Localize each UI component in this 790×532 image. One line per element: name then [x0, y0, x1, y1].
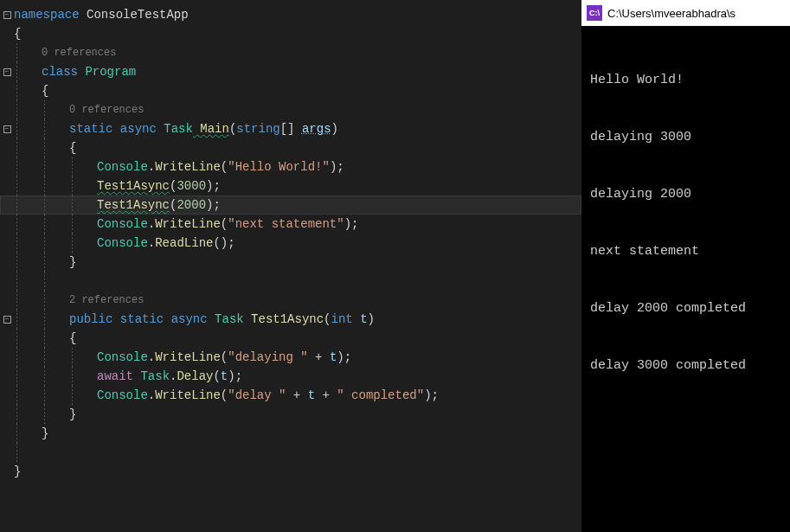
type-console: Console — [97, 215, 148, 234]
keyword-await: await — [97, 367, 133, 386]
keyword-public: public — [69, 310, 112, 329]
plus: + — [286, 386, 307, 405]
keyword-namespace: namespace — [14, 5, 80, 24]
semi: ; — [432, 386, 439, 405]
dot: . — [148, 348, 155, 367]
keyword-async: async — [112, 119, 156, 138]
method-main: Main — [193, 119, 229, 138]
string-literal: "delaying " — [228, 348, 307, 367]
string-literal: "delay " — [228, 386, 286, 405]
paren: ( — [221, 157, 228, 176]
brace: } — [14, 462, 21, 481]
console-line: Hello World! — [590, 71, 781, 90]
console-line: delaying 3000 — [590, 128, 781, 147]
fold-icon[interactable]: − — [3, 316, 11, 324]
dot: . — [148, 234, 155, 253]
method-writeline: WriteLine — [155, 157, 221, 176]
number-literal: 3000 — [177, 176, 206, 195]
paren: ( — [170, 195, 177, 215]
paren: ( — [213, 367, 220, 386]
dot: . — [148, 215, 155, 234]
string-literal: "Hello World!" — [228, 157, 330, 176]
keyword-int: int — [331, 310, 353, 329]
method-test1: Test1Async — [251, 310, 324, 329]
paren: ) — [206, 195, 213, 215]
paren: ) — [344, 215, 351, 234]
keyword-class: class — [42, 62, 78, 81]
paren: ) — [330, 157, 337, 176]
semi: ; — [344, 348, 351, 367]
console-line: next statement — [590, 242, 781, 261]
paren: ) — [368, 310, 375, 329]
console-line: delay 3000 completed — [590, 356, 781, 375]
paren: ) — [331, 119, 338, 138]
semi: ; — [235, 367, 242, 386]
type-task: Task — [140, 367, 170, 386]
plus: + — [315, 386, 337, 405]
var-t: t — [330, 348, 337, 367]
method-readline: ReadLine — [155, 234, 213, 253]
method-writeline: WriteLine — [155, 215, 221, 234]
method-call: Test1Async — [97, 195, 170, 215]
fold-icon[interactable]: − — [3, 68, 11, 76]
type-task: Task — [208, 310, 244, 329]
string-literal: " completed" — [337, 386, 424, 405]
console-window: C:\ C:\Users\mveerabhadra\s Hello World!… — [581, 0, 790, 532]
paren: ) — [221, 234, 228, 253]
semi: ; — [337, 157, 344, 176]
method-writeline: WriteLine — [155, 386, 221, 405]
dot: . — [148, 157, 155, 176]
method-call: Test1Async — [97, 176, 170, 195]
keyword-string: string — [236, 119, 279, 138]
param-args: args — [302, 119, 331, 138]
console-titlebar[interactable]: C:\ C:\Users\mveerabhadra\s — [581, 0, 790, 26]
class-name: Program — [78, 62, 136, 81]
type-task: Task — [157, 119, 193, 138]
console-output[interactable]: Hello World! delaying 3000 delaying 2000… — [581, 26, 790, 532]
paren: ( — [229, 119, 236, 138]
brace: } — [69, 253, 76, 272]
brace: } — [69, 405, 76, 424]
type-console: Console — [97, 348, 148, 367]
paren: ( — [324, 310, 331, 329]
paren: ( — [221, 215, 228, 234]
dot: . — [148, 386, 155, 405]
paren: ( — [221, 348, 228, 367]
brace: { — [42, 81, 48, 100]
console-line: delaying 2000 — [590, 185, 781, 204]
brackets: [] — [280, 119, 302, 138]
keyword-async: async — [164, 310, 207, 329]
brace: { — [14, 24, 21, 43]
keyword-static: static — [120, 310, 164, 329]
type-console: Console — [97, 157, 148, 176]
number-literal: 2000 — [177, 195, 206, 215]
plus: + — [308, 348, 330, 367]
fold-icon[interactable]: − — [3, 125, 11, 133]
semi: ; — [213, 176, 220, 195]
method-delay: Delay — [177, 367, 213, 386]
current-line: Test1Async ( 2000 ) ; — [0, 195, 581, 215]
semi: ; — [228, 234, 234, 253]
brace: { — [69, 138, 76, 157]
keyword-static: static — [69, 119, 112, 138]
paren: ) — [206, 176, 213, 195]
paren: ) — [337, 348, 344, 367]
type-console: Console — [97, 386, 148, 405]
var-t: t — [308, 386, 315, 405]
codelens-refs[interactable]: 0 references — [42, 43, 116, 62]
paren: ) — [424, 386, 431, 405]
semi: ; — [351, 215, 358, 234]
paren: ( — [213, 234, 220, 253]
namespace-name: ConsoleTestApp — [80, 5, 189, 24]
codelens-refs[interactable]: 0 references — [69, 100, 144, 119]
code-editor[interactable]: − namespace ConsoleTestApp { 0 reference… — [0, 0, 581, 532]
codelens-refs[interactable]: 2 references — [69, 291, 144, 310]
paren: ( — [170, 176, 177, 195]
fold-icon[interactable]: − — [3, 11, 11, 19]
console-title-text: C:\Users\mveerabhadra\s — [607, 7, 735, 20]
type-console: Console — [97, 234, 148, 253]
brace: { — [69, 329, 76, 348]
string-literal: "next statement" — [228, 215, 344, 234]
dot: . — [170, 367, 177, 386]
brace: } — [42, 424, 48, 443]
